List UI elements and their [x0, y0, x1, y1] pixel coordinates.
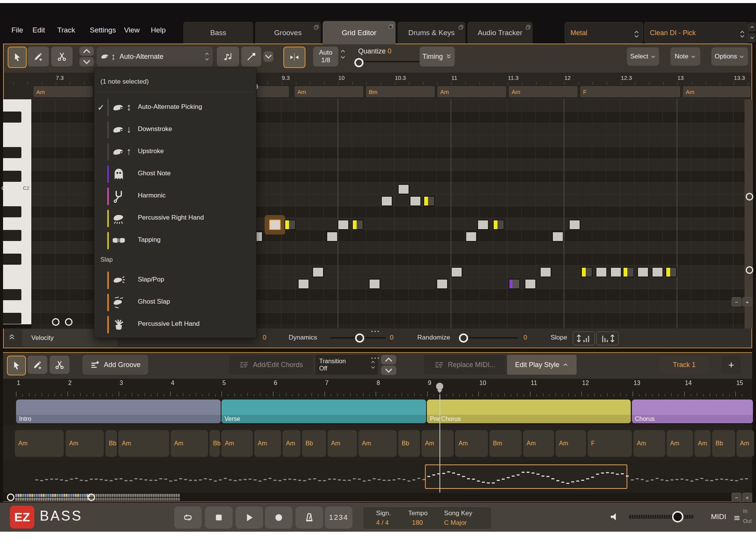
transition-next-button[interactable] [381, 366, 396, 375]
menu-item-auto-alternate-picking[interactable]: ✓↕Auto-Alternate Picking [94, 97, 256, 119]
note-normal[interactable] [477, 220, 489, 230]
randomize-slider-knob[interactable] [459, 333, 468, 343]
song-chord-Am[interactable]: Am [359, 430, 397, 457]
note-accent[interactable] [352, 220, 363, 230]
tab-bass[interactable]: Bass [183, 22, 253, 44]
piano-key-black[interactable] [3, 313, 21, 324]
menubar-item-track[interactable]: Track [57, 26, 75, 34]
tab-grooves[interactable]: Grooves [255, 22, 321, 44]
note-normal[interactable] [652, 267, 663, 277]
note-normal[interactable] [540, 267, 551, 277]
countin-button[interactable]: 1234 [325, 506, 352, 529]
note-accent[interactable] [423, 196, 435, 206]
note-normal[interactable] [465, 231, 477, 242]
song-draw-tool-button[interactable] [27, 356, 47, 374]
song-chord-Am[interactable]: Am [254, 430, 281, 457]
song-chord-Am[interactable]: Am [667, 430, 693, 457]
menu-item-upstroke[interactable]: ↑Upstroke [94, 141, 256, 163]
song-chord-Bb[interactable]: Bb [302, 430, 326, 457]
note-length-button[interactable] [217, 47, 239, 66]
articulation-dropdown[interactable]: ↕ Auto-Alternate [97, 47, 213, 66]
loop-end-marker[interactable] [65, 318, 73, 326]
overview-loop-start[interactable] [7, 493, 15, 501]
piano-key-white[interactable] [3, 265, 31, 277]
add-groove-button[interactable]: Add Groove [82, 355, 148, 375]
replace-midi-button[interactable]: Replace MIDI... [424, 355, 506, 375]
track-1-button[interactable]: Track 1 [659, 356, 709, 374]
transition-selector[interactable]: TransitionOff [315, 355, 378, 375]
song-chord-Am[interactable]: Am [283, 430, 300, 457]
piano-key-black[interactable] [3, 230, 21, 241]
tool-more-button[interactable] [263, 51, 273, 62]
volume-slider[interactable] [628, 515, 694, 519]
note-normal[interactable] [410, 196, 421, 206]
draw-tool-button[interactable] [27, 47, 49, 66]
play-button[interactable] [236, 506, 263, 529]
song-playhead-line[interactable] [439, 394, 440, 493]
note-accent[interactable] [493, 220, 504, 230]
note-accent[interactable] [666, 267, 677, 277]
menubar-item-view[interactable]: View [124, 26, 140, 34]
piano-key-white[interactable] [3, 194, 31, 206]
menu-item-ghost-slap[interactable]: Ghost Slap [94, 291, 256, 314]
piano-key-black[interactable] [3, 147, 21, 158]
menubar-item-settings[interactable]: Settings [90, 26, 116, 34]
detach-window-icon[interactable] [526, 23, 531, 28]
song-chord-Am[interactable]: Am [422, 430, 454, 457]
quantize-slider-knob[interactable] [354, 58, 363, 67]
note-ghost[interactable] [509, 279, 520, 289]
note-normal[interactable] [569, 220, 580, 230]
piano-key-white[interactable] [3, 123, 31, 135]
bass-track-lane[interactable] [3, 461, 752, 493]
scroll-up-button[interactable] [79, 47, 94, 56]
piano-key-black[interactable] [3, 289, 21, 300]
song-chord-Bb[interactable]: Bb [210, 430, 220, 457]
piano-key-white[interactable] [3, 159, 31, 171]
piano-key-black[interactable] [3, 254, 21, 265]
velocity-collapse-icon[interactable] [8, 333, 16, 343]
grid-chord-Bm[interactable]: Bm [365, 86, 435, 98]
randomize-slider-track[interactable] [464, 337, 518, 338]
menu-item-harmonic[interactable]: Harmonic [94, 185, 256, 207]
dynamics-slider-knob[interactable] [355, 333, 364, 343]
piano-key-white[interactable] [3, 135, 31, 147]
preset-prev-button[interactable] [749, 22, 756, 32]
note-normal[interactable] [369, 279, 380, 289]
select-menu-button[interactable]: Select [627, 47, 659, 66]
piano-key-white[interactable] [3, 301, 31, 313]
section-pre-chorus[interactable]: Pre Chorus [427, 400, 631, 423]
song-zoom-out-button[interactable]: − [732, 493, 741, 502]
note-normal[interactable] [398, 184, 409, 194]
slope-up-button[interactable] [573, 332, 595, 345]
note-normal[interactable] [338, 220, 349, 230]
note-menu-button[interactable]: Note [670, 47, 700, 66]
note-normal[interactable] [436, 279, 448, 289]
slope-down-button[interactable] [596, 332, 619, 345]
grid-zoom-out-button[interactable]: − [732, 297, 741, 306]
grid-chord-Am[interactable]: Am [682, 86, 751, 98]
song-chord-Am[interactable]: Am [695, 430, 711, 457]
selected-part-outline[interactable] [425, 464, 627, 489]
options-menu-button[interactable]: Options [711, 47, 748, 66]
add-track-button[interactable]: + [722, 356, 741, 374]
piano-key-black[interactable] [3, 112, 21, 123]
note-normal[interactable] [381, 196, 393, 206]
panel-resize-handle[interactable]: ··· [371, 328, 380, 336]
piano-key-white[interactable] [3, 241, 31, 254]
section-chorus[interactable]: Chorus [632, 400, 753, 423]
song-chord-Am[interactable]: Am [15, 430, 64, 457]
song-overview-strip[interactable] [3, 493, 752, 501]
song-chord-Am[interactable]: Am [633, 430, 665, 457]
overview-loop-end[interactable] [87, 493, 95, 501]
menubar-item-help[interactable]: Help [151, 26, 166, 34]
song-chord-Am[interactable]: Am [328, 430, 357, 457]
menu-item-percussive-left-hand[interactable]: Percussive Left Hand [94, 314, 256, 336]
song-chord-Am[interactable]: Am [556, 430, 586, 457]
grid-chord-Am[interactable]: Am [294, 86, 364, 98]
song-chord-Am[interactable]: Am [523, 430, 554, 457]
note-normal[interactable] [552, 231, 564, 242]
timing-button[interactable]: Timing [420, 47, 455, 66]
menu-item-percussive-right-hand[interactable]: Percussive Right Hand [94, 207, 256, 230]
grid-chord-Am[interactable]: Am [508, 86, 578, 98]
stop-button[interactable] [205, 506, 233, 529]
